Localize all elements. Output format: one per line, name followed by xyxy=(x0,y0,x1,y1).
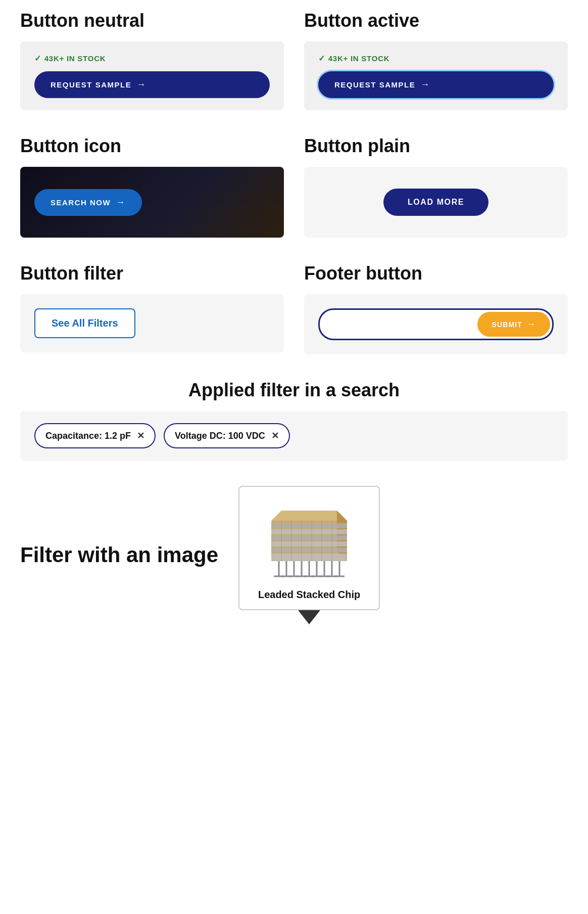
search-now-label: SEARCH NOW xyxy=(51,198,111,207)
load-more-button[interactable]: LOAD MORE xyxy=(383,189,488,216)
filter-with-image-section: Filter with an image xyxy=(20,486,568,624)
svg-rect-3 xyxy=(271,523,347,528)
filter-image-card[interactable]: Leaded Stacked Chip xyxy=(238,486,380,624)
filter-tag-capacitance-close-icon[interactable]: ✕ xyxy=(137,430,144,441)
request-sample-active-arrow: → xyxy=(420,79,430,90)
request-sample-neutral-arrow: → xyxy=(136,79,146,90)
product-label: Leaded Stacked Chip xyxy=(258,588,360,601)
footer-input-wrap: SUBMIT → xyxy=(318,308,554,340)
active-stock-label: 43K+ IN STOCK xyxy=(328,54,390,63)
search-now-arrow: → xyxy=(116,197,126,208)
filter-tag-capacitance-label: Capacitance: 1.2 pF xyxy=(45,431,131,441)
svg-rect-5 xyxy=(271,535,347,540)
button-plain-title: Button plain xyxy=(304,135,410,157)
active-check-icon: ✓ xyxy=(318,54,325,63)
request-sample-neutral-button[interactable]: REQUEST SAMPLE → xyxy=(34,71,270,98)
svg-marker-1 xyxy=(271,511,347,521)
button-plain-card: LOAD MORE xyxy=(304,167,568,238)
applied-filter-section: Applied filter in a search Capacitance: … xyxy=(20,380,568,461)
svg-rect-7 xyxy=(271,547,347,553)
neutral-stock-text: ✓ 43K+ IN STOCK xyxy=(34,54,270,63)
submit-label: SUBMIT xyxy=(492,321,522,329)
see-all-filters-button[interactable]: See All Filters xyxy=(34,308,135,338)
button-neutral-title: Button neutral xyxy=(20,10,144,31)
button-icon-title: Button icon xyxy=(20,135,121,157)
filter-tag-capacitance[interactable]: Capacitance: 1.2 pF ✕ xyxy=(34,423,156,448)
request-sample-active-label: REQUEST SAMPLE xyxy=(334,80,415,89)
svg-rect-4 xyxy=(271,529,347,534)
button-active-card: ✓ 43K+ IN STOCK REQUEST SAMPLE → xyxy=(304,41,568,110)
button-active-title: Button active xyxy=(304,10,419,31)
filter-tags-card: Capacitance: 1.2 pF ✕ Voltage DC: 100 VD… xyxy=(20,411,568,461)
filter-tag-voltage-close-icon[interactable]: ✕ xyxy=(271,430,279,441)
filter-with-image-title: Filter with an image xyxy=(20,543,218,567)
svg-rect-8 xyxy=(271,554,347,561)
chip-illustration xyxy=(256,500,362,579)
footer-button-title: Footer button xyxy=(304,263,422,284)
submit-button[interactable]: SUBMIT → xyxy=(477,312,550,337)
active-stock-text: ✓ 43K+ IN STOCK xyxy=(318,54,554,63)
applied-filter-title: Applied filter in a search xyxy=(20,380,568,401)
footer-button-card: SUBMIT → xyxy=(304,294,568,354)
see-all-filters-label: See All Filters xyxy=(52,317,118,329)
button-neutral-card: ✓ 43K+ IN STOCK REQUEST SAMPLE → xyxy=(20,41,284,110)
filter-tag-voltage-label: Voltage DC: 100 VDC xyxy=(175,431,265,441)
product-card-arrow xyxy=(298,610,320,624)
product-card: Leaded Stacked Chip xyxy=(238,486,380,610)
filter-tag-voltage[interactable]: Voltage DC: 100 VDC ✕ xyxy=(164,423,290,448)
request-sample-active-button[interactable]: REQUEST SAMPLE → xyxy=(318,71,554,98)
neutral-check-icon: ✓ xyxy=(34,54,41,63)
footer-search-input[interactable] xyxy=(320,313,475,336)
request-sample-neutral-label: REQUEST SAMPLE xyxy=(51,80,131,89)
button-filter-title: Button filter xyxy=(20,263,123,284)
neutral-stock-label: 43K+ IN STOCK xyxy=(44,54,106,63)
button-filter-card: See All Filters xyxy=(20,294,284,352)
submit-arrow: → xyxy=(526,319,536,330)
product-image xyxy=(254,499,365,580)
search-now-button[interactable]: SEARCH NOW → xyxy=(34,189,142,216)
svg-rect-6 xyxy=(271,541,347,546)
button-icon-card: SEARCH NOW → xyxy=(20,167,284,238)
load-more-label: LOAD MORE xyxy=(408,198,464,206)
